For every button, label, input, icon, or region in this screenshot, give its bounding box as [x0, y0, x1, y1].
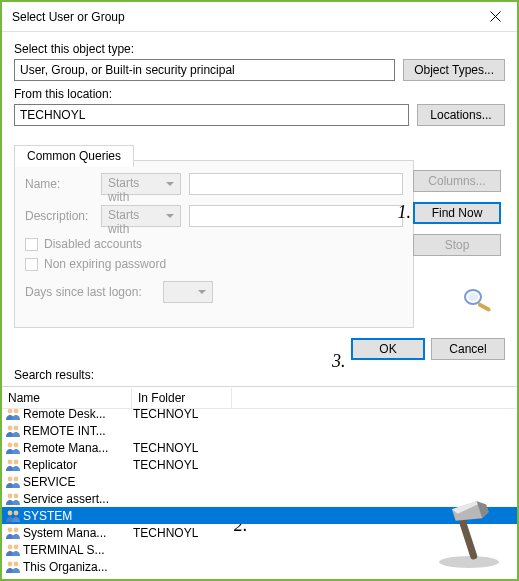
svg-point-5: [8, 425, 13, 430]
table-row[interactable]: System Mana...TECHNOYL: [2, 524, 517, 541]
group-icon: [5, 458, 23, 472]
svg-point-3: [8, 409, 13, 413]
disabled-accounts-checkbox[interactable]: [25, 238, 38, 251]
svg-point-4: [14, 409, 19, 413]
cell-name: System Mana...: [23, 526, 133, 540]
close-button[interactable]: [473, 2, 517, 32]
cell-name: This Organiza...: [23, 560, 133, 574]
svg-point-15: [8, 510, 13, 515]
svg-point-21: [8, 561, 13, 566]
disabled-accounts-label: Disabled accounts: [44, 237, 142, 251]
object-type-field[interactable]: [14, 59, 395, 81]
svg-point-18: [14, 527, 19, 532]
name-query-input[interactable]: [189, 173, 403, 195]
group-icon: [5, 475, 23, 489]
cell-name: Remote Desk...: [23, 409, 133, 421]
svg-point-6: [14, 425, 19, 430]
cell-name: Replicator: [23, 458, 133, 472]
cell-name: SERVICE: [23, 475, 133, 489]
description-query-input[interactable]: [189, 205, 403, 227]
table-row[interactable]: REMOTE INT...: [2, 422, 517, 439]
svg-point-22: [14, 561, 19, 566]
non-expiring-label: Non expiring password: [44, 257, 166, 271]
cell-folder: TECHNOYL: [133, 409, 233, 421]
close-icon: [490, 11, 501, 22]
columns-button[interactable]: Columns...: [413, 170, 501, 192]
results-list[interactable]: Name In Folder Remote Desk...TECHNOYLREM…: [2, 386, 517, 575]
table-row[interactable]: SERVICE: [2, 473, 517, 490]
days-since-label: Days since last logon:: [25, 285, 155, 299]
svg-point-9: [8, 459, 13, 464]
column-header-folder[interactable]: In Folder: [132, 388, 232, 408]
table-row[interactable]: TERMINAL S...: [2, 541, 517, 558]
cell-name: Remote Mana...: [23, 441, 133, 455]
svg-point-1: [468, 293, 478, 301]
search-icon: [461, 287, 495, 318]
svg-point-8: [14, 442, 19, 447]
table-row[interactable]: Remote Desk...TECHNOYL: [2, 409, 517, 422]
non-expiring-checkbox[interactable]: [25, 258, 38, 271]
object-type-label: Select this object type:: [14, 42, 505, 56]
svg-rect-2: [477, 302, 491, 312]
cell-folder: TECHNOYL: [133, 441, 233, 455]
column-header-name[interactable]: Name: [2, 388, 132, 408]
cell-folder: TECHNOYL: [133, 458, 233, 472]
window-title: Select User or Group: [12, 10, 125, 24]
svg-point-12: [14, 476, 19, 481]
table-row[interactable]: This Organiza...: [2, 558, 517, 575]
search-results-label: Search results:: [2, 364, 517, 386]
svg-point-19: [8, 544, 13, 549]
cell-folder: TECHNOYL: [133, 526, 233, 540]
ok-button[interactable]: OK: [351, 338, 425, 360]
location-field[interactable]: [14, 104, 409, 126]
svg-point-20: [14, 544, 19, 549]
svg-point-7: [8, 442, 13, 447]
tab-common-queries[interactable]: Common Queries: [14, 145, 134, 167]
stop-button[interactable]: Stop: [413, 234, 501, 256]
group-icon: [5, 441, 23, 455]
group-icon: [5, 424, 23, 438]
cell-name: SYSTEM: [23, 509, 133, 523]
cell-name: TERMINAL S...: [23, 543, 133, 557]
table-row[interactable]: Service assert...: [2, 490, 517, 507]
days-since-combo[interactable]: [163, 281, 213, 303]
name-mode-combo[interactable]: Starts with: [101, 173, 181, 195]
group-icon: [5, 509, 23, 523]
find-now-button[interactable]: Find Now: [413, 202, 501, 224]
svg-point-10: [14, 459, 19, 464]
svg-point-14: [14, 493, 19, 498]
svg-point-16: [14, 510, 19, 515]
cell-name: Service assert...: [23, 492, 133, 506]
location-label: From this location:: [14, 87, 505, 101]
cancel-button[interactable]: Cancel: [431, 338, 505, 360]
titlebar: Select User or Group: [2, 2, 517, 32]
group-icon: [5, 492, 23, 506]
svg-point-13: [8, 493, 13, 498]
group-icon: [5, 409, 23, 421]
object-types-button[interactable]: Object Types...: [403, 59, 505, 81]
locations-button[interactable]: Locations...: [417, 104, 505, 126]
group-icon: [5, 543, 23, 557]
group-icon: [5, 560, 23, 574]
table-row[interactable]: ReplicatorTECHNOYL: [2, 456, 517, 473]
svg-point-17: [8, 527, 13, 532]
group-icon: [5, 526, 23, 540]
description-query-label: Description:: [25, 209, 93, 223]
svg-point-11: [8, 476, 13, 481]
name-query-label: Name:: [25, 177, 93, 191]
table-row[interactable]: SYSTEM: [2, 507, 517, 524]
table-row[interactable]: Remote Mana...TECHNOYL: [2, 439, 517, 456]
cell-name: REMOTE INT...: [23, 424, 133, 438]
description-mode-combo[interactable]: Starts with: [101, 205, 181, 227]
